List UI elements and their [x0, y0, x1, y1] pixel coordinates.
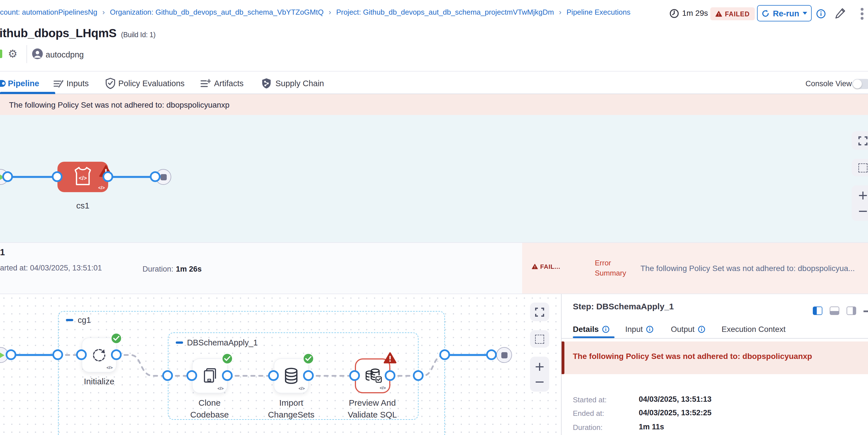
tab-supply-chain[interactable]: Supply Chain — [275, 79, 324, 88]
breadcrumb-org-link[interactable]: Organization: Github_db_devops_aut_db_sc… — [110, 8, 323, 16]
stage-duration: Duration: 1m 26s — [143, 264, 202, 274]
active-tab-underline — [0, 92, 55, 94]
detail-row-value: 04/03/2025, 13:51:13 — [639, 395, 711, 403]
policy-shield-icon — [105, 78, 116, 89]
layout-right-panel-icon[interactable] — [813, 307, 823, 315]
inputs-tab-icon — [54, 79, 64, 89]
step-label: ChangeSets — [257, 410, 325, 419]
detail-row-value: 1m 11s — [639, 423, 664, 431]
chevron-down-icon — [803, 12, 807, 14]
fit-to-screen-button[interactable] — [530, 303, 549, 321]
panel-tab-exec-label: Execution Context — [721, 324, 785, 334]
zoom-out-icon[interactable] — [859, 207, 867, 216]
codebase-icon — [202, 367, 218, 384]
step-label: Clone — [176, 398, 243, 407]
pipeline-name: ithub_dbops_LHqmS — [0, 27, 117, 39]
step-error-message: The following Policy Set was not adhered… — [573, 352, 857, 361]
detail-row-label: Started at: — [573, 396, 607, 404]
zoom-out-icon[interactable] — [535, 377, 544, 386]
error-accent-bar — [562, 341, 564, 374]
info-icon[interactable] — [646, 325, 653, 333]
success-badge-icon — [111, 333, 122, 344]
chevron-right-icon: › — [329, 8, 331, 16]
warning-triangle-icon — [715, 11, 722, 17]
step-details-panel: Step: DBSchemaApply_1 Details Input Outp… — [561, 294, 868, 435]
tab-pipeline[interactable]: Pipeline — [8, 79, 39, 88]
step-label: Codebase — [176, 410, 243, 419]
breadcrumb-project-link[interactable]: Project: Github_db_devops_aut_db_schema_… — [336, 8, 554, 16]
panel-tab-output[interactable]: Output — [671, 324, 705, 334]
divider — [562, 338, 868, 339]
zoom-controls[interactable] — [852, 185, 868, 221]
marquee-icon — [535, 334, 544, 343]
user-avatar-icon — [32, 49, 43, 59]
layout-bottom-panel-icon[interactable] — [830, 307, 839, 315]
database-validate-icon — [364, 367, 382, 384]
supply-chain-shield-icon — [261, 78, 272, 89]
edge-port — [486, 349, 497, 360]
toggle-knob — [853, 80, 862, 89]
svg-text:</>: </> — [79, 175, 87, 181]
breadcrumb: count: automationPipelinesNg › Organizat… — [0, 8, 630, 16]
panel-step-title: Step: DBSchemaApply_1 — [573, 302, 674, 311]
step-label: Initialize — [65, 376, 133, 386]
chevron-right-icon: › — [102, 8, 105, 16]
edge-port — [303, 370, 314, 381]
zoom-in-icon[interactable] — [535, 362, 544, 371]
tab-policy-evaluations[interactable]: Policy Evaluations — [118, 79, 184, 88]
panel-tab-details[interactable]: Details — [573, 324, 610, 334]
panel-tab-execution-context[interactable]: Execution Context — [721, 324, 785, 334]
breadcrumb-executions-link[interactable]: Pipeline Executions — [567, 8, 630, 16]
minimize-panel-icon[interactable] — [864, 310, 868, 312]
panel-tab-input[interactable]: Input — [625, 324, 653, 334]
success-badge-icon — [303, 353, 314, 365]
fail-mini-label: FAIL... — [540, 263, 560, 270]
console-view-toggle[interactable] — [852, 79, 868, 89]
graph-end-node — [496, 347, 512, 363]
info-icon[interactable] — [602, 325, 610, 333]
edge-port — [385, 370, 395, 381]
fullscreen-icon — [535, 307, 544, 316]
tab-inputs[interactable]: Inputs — [66, 79, 89, 88]
detail-row-label: Ended at: — [573, 409, 604, 417]
fit-to-screen-button[interactable] — [852, 131, 868, 150]
failed-badge-icon — [383, 352, 397, 364]
stage-node-label: cs1 — [55, 200, 111, 210]
refresh-icon — [762, 9, 769, 17]
info-icon[interactable] — [816, 9, 826, 19]
detail-row-value: 04/03/2025, 13:52:25 — [639, 408, 711, 417]
tag-badge — [0, 50, 2, 58]
marquee-select-button[interactable] — [530, 330, 549, 348]
info-icon[interactable] — [698, 325, 705, 333]
duration-label: Duration: — [143, 265, 174, 273]
stage-summary-bar: 1 arted at: 04/03/2025, 13:51:01 Duratio… — [0, 242, 868, 294]
play-icon — [0, 351, 5, 359]
breadcrumb-account-link[interactable]: count: automationPipelinesNg — [0, 8, 97, 16]
sync-icon — [91, 346, 107, 364]
layout-minimized-icon[interactable] — [846, 307, 856, 315]
edge-port — [111, 349, 122, 360]
zoom-in-icon[interactable] — [859, 191, 867, 200]
detail-row-label: Duration: — [573, 423, 603, 432]
code-glyph: </> — [217, 386, 224, 391]
step-label: Validate SQL — [339, 410, 406, 419]
stop-icon — [160, 174, 166, 180]
code-glyph: </> — [299, 386, 305, 391]
rerun-button[interactable]: Re-run — [757, 5, 812, 22]
edit-pencil-icon[interactable] — [834, 7, 846, 20]
edge-port — [186, 370, 197, 381]
marquee-select-button[interactable] — [852, 159, 868, 176]
zoom-controls[interactable] — [530, 357, 549, 392]
artifacts-tab-icon — [200, 79, 211, 89]
fail-mini-badge: FAIL... — [532, 263, 560, 270]
edge-port — [6, 349, 16, 360]
chevron-right-icon: › — [559, 8, 562, 16]
tab-artifacts[interactable]: Artifacts — [214, 79, 244, 88]
gear-icon[interactable]: ⚙ — [8, 47, 18, 60]
rerun-label: Re-run — [773, 9, 799, 18]
fullscreen-icon — [859, 136, 867, 145]
panel-tab-input-label: Input — [625, 324, 643, 334]
step-error-box: The following Policy Set was not adhered… — [562, 341, 868, 374]
success-badge-icon — [221, 353, 233, 365]
kebab-menu-icon[interactable] — [861, 8, 863, 20]
